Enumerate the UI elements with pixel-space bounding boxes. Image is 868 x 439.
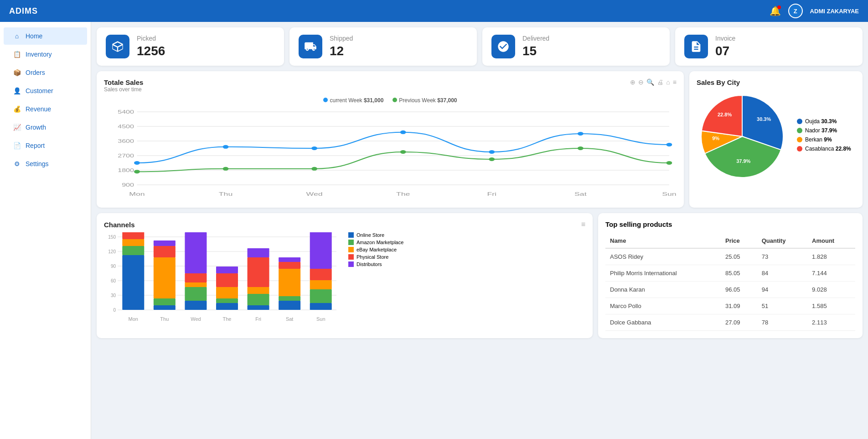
totale-sales-card: Totale Sales Sales over time ⊕ ⊖ 🔍 🖨 ⌂ ≡… <box>97 71 684 208</box>
top-selling-table: NamePriceQuantityAmount ASOS Ridey 25.05… <box>605 234 855 331</box>
svg-text:Fri: Fri <box>255 316 261 322</box>
channels-menu-icon[interactable]: ≡ <box>581 220 585 229</box>
svg-rect-83 <box>279 257 300 262</box>
zoom-in-icon[interactable]: ⊕ <box>630 78 636 86</box>
svg-point-21 <box>311 167 317 171</box>
svg-text:9%: 9% <box>712 136 719 141</box>
svg-rect-81 <box>279 269 300 296</box>
stat-label-picked: Picked <box>137 35 165 42</box>
svg-rect-64 <box>185 273 207 282</box>
sidebar-label-revenue: Revenue <box>26 105 51 113</box>
sidebar-label-orders: Orders <box>26 69 45 76</box>
bar-legend-item: Online Store <box>348 232 403 238</box>
sidebar-item-inventory[interactable]: 📋Inventory <box>4 46 87 63</box>
invoice-icon <box>684 35 708 58</box>
bottom-row: Channels ≡ 1501209060300MonThuWedTheFriS… <box>97 213 863 338</box>
sidebar-item-growth[interactable]: 📈Growth <box>4 119 87 136</box>
svg-rect-69 <box>216 287 238 298</box>
check-icon <box>491 35 515 58</box>
print-icon[interactable]: 🖨 <box>657 78 663 86</box>
svg-point-20 <box>223 167 229 171</box>
svg-point-22 <box>400 150 406 154</box>
svg-text:900: 900 <box>122 183 134 188</box>
svg-point-19 <box>134 170 140 173</box>
stat-card-delivered: Delivered 15 <box>482 27 670 66</box>
stat-value-picked: 1256 <box>137 44 165 58</box>
svg-text:90: 90 <box>111 264 116 269</box>
svg-rect-76 <box>248 257 269 287</box>
top-selling-title: Top selling products <box>605 220 855 228</box>
sidebar-label-customer: Customer <box>26 87 53 94</box>
svg-point-23 <box>489 157 495 161</box>
table-row: Philip Morris International 85.05 84 7.1… <box>605 265 855 282</box>
svg-rect-50 <box>122 246 144 255</box>
svg-point-25 <box>666 161 672 165</box>
table-row: ASOS Ridey 25.05 73 1.828 <box>605 248 855 265</box>
svg-point-27 <box>223 145 229 149</box>
svg-rect-52 <box>122 232 144 239</box>
svg-rect-82 <box>279 262 300 269</box>
totale-sales-title: Totale Sales <box>104 78 143 86</box>
svg-text:0: 0 <box>113 308 116 313</box>
stat-label-delivered: Delivered <box>522 35 549 42</box>
table-header: Amount <box>807 234 855 248</box>
bar-chart-svg: 1501209060300MonThuWedTheFriSatSun <box>104 232 341 324</box>
svg-rect-74 <box>248 294 269 305</box>
stat-value-shipped: 12 <box>330 44 353 58</box>
box-icon <box>106 35 129 58</box>
sales-by-city-title: Sales By City <box>697 78 855 86</box>
orders-icon: 📦 <box>13 68 21 77</box>
layout: ⌂Home📋Inventory📦Orders👤Customer💰Revenue📈… <box>0 22 868 439</box>
sidebar-item-settings[interactable]: ⚙Settings <box>4 155 87 172</box>
current-week-legend: current Week $31,000 <box>323 97 383 104</box>
svg-point-29 <box>400 131 406 134</box>
customer-icon: 👤 <box>13 87 21 95</box>
pie-chart-svg: 30.3%37.9%9%22.8% <box>697 91 788 182</box>
svg-rect-70 <box>216 273 238 287</box>
svg-point-28 <box>311 146 317 150</box>
home-reset-icon[interactable]: ⌂ <box>666 78 670 86</box>
stat-value-invoice: 07 <box>715 44 735 58</box>
settings-icon: ⚙ <box>13 160 21 168</box>
bar-legend-item: eBay Marketplace <box>348 247 403 252</box>
magnify-icon[interactable]: 🔍 <box>646 78 654 86</box>
charts-row: Totale Sales Sales over time ⊕ ⊖ 🔍 🖨 ⌂ ≡… <box>97 71 863 208</box>
totale-sales-subtitle: Sales over time <box>104 86 143 93</box>
menu-icon[interactable]: ≡ <box>673 78 677 86</box>
zoom-out-icon[interactable]: ⊖ <box>638 78 644 86</box>
line-chart-svg: 54004500360027001800900MonThuWedTheFriSa… <box>104 107 677 199</box>
svg-text:The: The <box>396 191 410 197</box>
table-header: Quantity <box>757 234 807 248</box>
header-right: 🔔 Z ADMI ZAKARYAE <box>770 4 859 18</box>
svg-rect-59 <box>154 240 176 246</box>
svg-rect-87 <box>310 280 332 289</box>
svg-rect-86 <box>310 289 332 303</box>
pie-chart-row: 30.3%37.9%9%22.8% Oujda 30.3% Nador 37.9… <box>697 91 855 182</box>
svg-rect-65 <box>185 232 207 273</box>
header: ADIMS 🔔 Z ADMI ZAKARYAE <box>0 0 868 22</box>
sidebar-label-growth: Growth <box>26 124 46 131</box>
bar-legend-item: Amazon Marketplace <box>348 240 403 245</box>
sidebar-item-customer[interactable]: 👤Customer <box>4 82 87 99</box>
previous-week-legend: Previous Week $37,000 <box>393 97 457 104</box>
table-header: Price <box>721 234 757 248</box>
sidebar-item-revenue[interactable]: 💰Revenue <box>4 100 87 118</box>
sidebar-item-orders[interactable]: 📦Orders <box>4 64 87 81</box>
notification-bell[interactable]: 🔔 <box>770 5 781 16</box>
truck-icon <box>299 35 322 58</box>
channels-title: Channels <box>104 221 135 229</box>
sidebar-label-home: Home <box>26 32 42 40</box>
svg-rect-75 <box>248 287 269 294</box>
channels-card: Channels ≡ 1501209060300MonThuWedTheFriS… <box>97 213 593 338</box>
main-content: Picked 1256 Shipped 12 Delivered 15 Invo… <box>91 22 868 439</box>
svg-rect-80 <box>279 296 300 301</box>
pie-legend-item: Berkan 9% <box>797 136 851 143</box>
sidebar-item-report[interactable]: 📄Report <box>4 137 87 154</box>
svg-point-24 <box>578 146 584 150</box>
svg-rect-49 <box>122 255 144 310</box>
svg-text:Sun: Sun <box>316 316 326 322</box>
svg-text:Fri: Fri <box>487 191 496 197</box>
pie-legend: Oujda 30.3% Nador 37.9% Berkan 9% Casabl… <box>797 118 851 155</box>
pie-legend-item: Nador 37.9% <box>797 127 851 134</box>
sidebar-item-home[interactable]: ⌂Home <box>4 27 87 45</box>
